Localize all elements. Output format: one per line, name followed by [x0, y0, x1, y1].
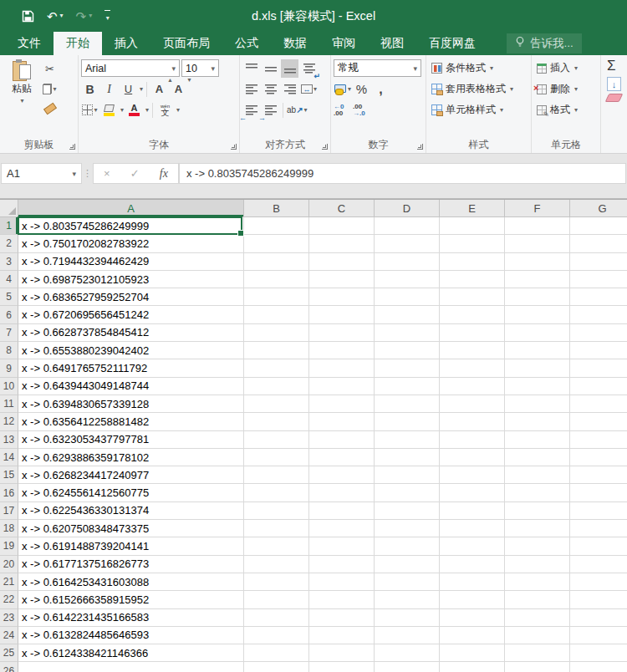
- row-header-5[interactable]: 5: [0, 288, 18, 306]
- cell-G16[interactable]: [570, 484, 627, 501]
- tab-百度网盘[interactable]: 百度网盘: [416, 32, 488, 55]
- cell-C9[interactable]: [309, 359, 375, 377]
- cell-A15[interactable]: x -> 0.6268234417240977: [18, 466, 244, 484]
- cell-G11[interactable]: [570, 395, 627, 413]
- cell-B25[interactable]: [244, 644, 309, 662]
- name-box-dropdown-icon[interactable]: ▾: [72, 170, 76, 178]
- cell-G10[interactable]: [570, 378, 627, 395]
- cell-A23[interactable]: x -> 0.6142231435166583: [18, 609, 244, 627]
- cell-B22[interactable]: [244, 591, 309, 608]
- cell-G12[interactable]: [570, 413, 627, 430]
- cell-C17[interactable]: [309, 502, 375, 520]
- cell-G24[interactable]: [570, 627, 627, 644]
- cell-C25[interactable]: [309, 644, 375, 662]
- row-header-1[interactable]: 1: [0, 217, 18, 235]
- format-cells-button[interactable]: ✎ 格式▾: [534, 99, 599, 120]
- cell-A7[interactable]: x -> 0.6628737854845412: [18, 324, 244, 342]
- cell-E8[interactable]: [440, 342, 505, 359]
- cell-styles-button[interactable]: 单元格样式▾: [429, 99, 529, 120]
- cell-A5[interactable]: x -> 0.6836527959252704: [18, 288, 244, 306]
- cell-B7[interactable]: [244, 324, 309, 342]
- cell-A9[interactable]: x -> 0.6491765752111792: [18, 359, 244, 377]
- cell-C21[interactable]: [309, 573, 375, 591]
- cell-D23[interactable]: [375, 609, 440, 627]
- format-as-table-button[interactable]: 套用表格格式▾: [429, 79, 529, 99]
- row-header-8[interactable]: 8: [0, 342, 18, 359]
- row-header-4[interactable]: 4: [0, 271, 18, 288]
- cell-F24[interactable]: [505, 627, 570, 644]
- cell-A4[interactable]: x -> 0.6987523012105923: [18, 271, 244, 288]
- cell-D4[interactable]: [375, 271, 440, 288]
- cell-B10[interactable]: [244, 378, 309, 395]
- cell-G26[interactable]: [570, 662, 627, 672]
- cell-G22[interactable]: [570, 591, 627, 608]
- insert-cells-button[interactable]: 插入▾: [534, 58, 599, 79]
- undo-button[interactable]: ↶▾: [47, 10, 64, 23]
- cell-G25[interactable]: [570, 644, 627, 662]
- cell-B2[interactable]: [244, 235, 309, 252]
- cell-D14[interactable]: [375, 449, 440, 466]
- cell-F10[interactable]: [505, 378, 570, 395]
- cell-C18[interactable]: [309, 520, 375, 537]
- cell-F17[interactable]: [505, 502, 570, 520]
- cell-E19[interactable]: [440, 537, 505, 555]
- cell-G23[interactable]: [570, 609, 627, 627]
- cell-E12[interactable]: [440, 413, 505, 430]
- cell-D15[interactable]: [375, 466, 440, 484]
- tab-数据[interactable]: 数据: [271, 32, 319, 55]
- tab-审阅[interactable]: 审阅: [319, 32, 368, 55]
- cell-F14[interactable]: [505, 449, 570, 466]
- cell-F21[interactable]: [505, 573, 570, 591]
- cell-E23[interactable]: [440, 609, 505, 627]
- cell-B18[interactable]: [244, 520, 309, 537]
- cell-F11[interactable]: [505, 395, 570, 413]
- cell-F8[interactable]: [505, 342, 570, 359]
- comma-style-button[interactable]: ,: [372, 80, 390, 99]
- cell-E5[interactable]: [440, 288, 505, 306]
- row-header-20[interactable]: 20: [0, 556, 18, 573]
- row-header-11[interactable]: 11: [0, 395, 18, 413]
- customize-qat-icon[interactable]: ▾: [104, 10, 110, 23]
- cell-D16[interactable]: [375, 484, 440, 501]
- number-format-select[interactable]: 常规▾: [334, 59, 421, 77]
- cell-C8[interactable]: [309, 342, 375, 359]
- alignment-dialog-launcher-icon[interactable]: [322, 144, 328, 150]
- cell-A21[interactable]: x -> 0.6164253431603088: [18, 573, 244, 591]
- cell-F20[interactable]: [505, 556, 570, 573]
- name-box[interactable]: A1 ▾: [1, 163, 82, 184]
- cell-A24[interactable]: x -> 0.6132824485646593: [18, 627, 244, 644]
- align-top-button[interactable]: [242, 59, 260, 78]
- cell-E16[interactable]: [440, 484, 505, 501]
- cell-G21[interactable]: [570, 573, 627, 591]
- cell-G3[interactable]: [570, 253, 627, 271]
- cell-C7[interactable]: [309, 324, 375, 342]
- cell-E7[interactable]: [440, 324, 505, 342]
- formula-input[interactable]: x -> 0.8035745286249999: [179, 163, 626, 184]
- increase-indent-button[interactable]: →: [262, 101, 279, 120]
- cell-G9[interactable]: [570, 359, 627, 377]
- cell-B14[interactable]: [244, 449, 309, 466]
- column-header-G[interactable]: G: [570, 200, 627, 217]
- cell-D20[interactable]: [375, 556, 440, 573]
- cell-A3[interactable]: x -> 0.7194432394462429: [18, 253, 244, 271]
- cell-G2[interactable]: [570, 235, 627, 252]
- cell-B9[interactable]: [244, 359, 309, 377]
- font-color-dropdown-icon[interactable]: ▾: [145, 106, 149, 114]
- cell-C12[interactable]: [309, 413, 375, 430]
- cell-B1[interactable]: [244, 217, 309, 235]
- cell-A6[interactable]: x -> 0.6720695656451242: [18, 306, 244, 323]
- cell-F16[interactable]: [505, 484, 570, 501]
- decrease-decimal-button[interactable]: .00 →.0: [353, 101, 370, 120]
- column-header-C[interactable]: C: [309, 200, 375, 217]
- copy-button[interactable]: ▾: [41, 79, 59, 98]
- cell-F19[interactable]: [505, 537, 570, 555]
- cell-C2[interactable]: [309, 235, 375, 252]
- column-header-D[interactable]: D: [375, 200, 440, 217]
- cell-D10[interactable]: [375, 378, 440, 395]
- cell-B13[interactable]: [244, 431, 309, 449]
- align-middle-button[interactable]: [262, 59, 279, 78]
- cell-D11[interactable]: [375, 395, 440, 413]
- row-header-26[interactable]: 26: [0, 662, 18, 672]
- cell-B16[interactable]: [244, 484, 309, 501]
- cell-E25[interactable]: [440, 644, 505, 662]
